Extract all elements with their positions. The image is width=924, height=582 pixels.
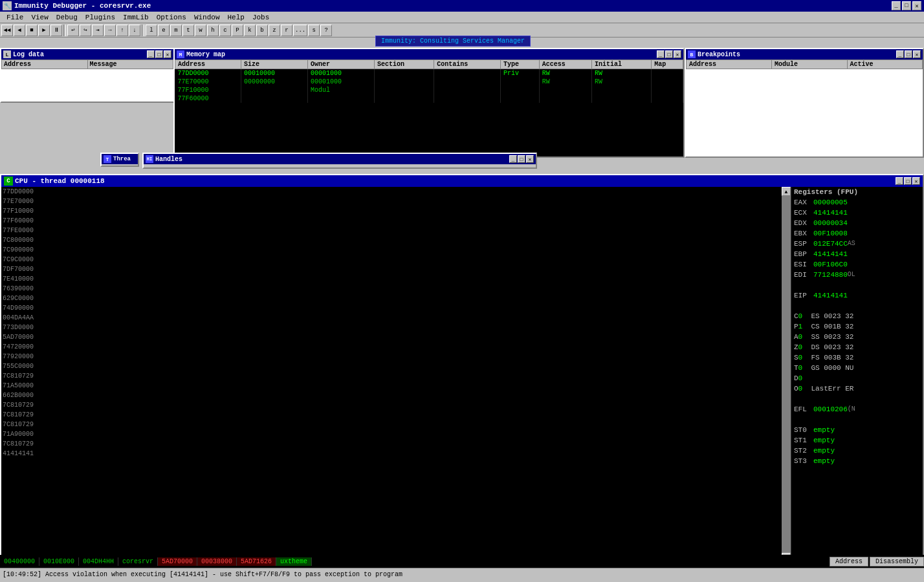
log-maximize[interactable]: □	[155, 50, 163, 58]
maximize-button[interactable]: □	[902, 1, 911, 10]
handles-maximize[interactable]: □	[518, 155, 525, 163]
toolbar-btn-trace[interactable]: ↓	[129, 25, 140, 36]
menu-options[interactable]: Options	[153, 13, 190, 22]
log-close[interactable]: ✕	[164, 50, 171, 58]
mem-addr: 77F10000	[175, 86, 241, 94]
thread-title-label: Threa	[113, 156, 131, 162]
toolbar-btn-m[interactable]: m	[170, 25, 182, 36]
toolbar-btn-t[interactable]: t	[182, 25, 194, 36]
menu-plugins[interactable]: Plugins	[82, 13, 119, 22]
log-table: Address Message	[1, 59, 173, 69]
menu-immlib[interactable]: ImmLib	[119, 13, 153, 22]
bp-maximize[interactable]: □	[905, 50, 912, 58]
toolbar-btn-animate[interactable]: →	[104, 25, 116, 36]
toolbar-btn-till-ret[interactable]: ↑	[116, 25, 128, 36]
reg-flags-z: Z 0 DS 0023 32	[794, 342, 920, 352]
menu-help[interactable]: Help	[223, 13, 248, 22]
breakpoints-content: Address Module Active	[686, 59, 923, 156]
toolbar-sep-1	[63, 25, 66, 36]
bp-close[interactable]: ✕	[913, 50, 921, 58]
reg-ecx: ECX 41414141	[794, 208, 920, 218]
toolbar-btn-run[interactable]: ▶	[38, 25, 50, 36]
minimize-button[interactable]: _	[892, 1, 901, 10]
toolbar-btn-step-into[interactable]: ↩	[67, 25, 79, 36]
toolbar-btn-l[interactable]: l	[146, 25, 157, 36]
cpu-close[interactable]: ✕	[912, 177, 920, 185]
bottom-panel-6: 00038000	[197, 557, 237, 566]
toolbar-btn-h[interactable]: h	[207, 25, 219, 36]
reg-flags-p: P 1 CS 001B 32	[794, 321, 920, 332]
mem-addr: 77F60000	[175, 94, 241, 103]
reg-spacer4	[794, 415, 920, 425]
thread-icon: T	[104, 155, 111, 163]
log-win-buttons: _ □ ✕	[147, 50, 171, 58]
log-minimize[interactable]: _	[147, 50, 155, 58]
toolbar-btn-step-out[interactable]: ⇥	[92, 25, 104, 36]
mem-type	[501, 86, 540, 94]
menu-jobs[interactable]: Jobs	[248, 13, 273, 22]
toolbar-btn-c[interactable]: c	[219, 25, 231, 36]
list-item: 7C9C0000	[1, 255, 784, 264]
list-item: 5AD70000	[1, 332, 784, 342]
mem-contains	[434, 69, 501, 78]
bottom-panel-1: 00400000	[0, 557, 39, 566]
toolbar-btn-P[interactable]: P	[232, 25, 243, 36]
toolbar-btn-pause[interactable]: ⏸	[50, 25, 62, 36]
toolbar-btn-e[interactable]: e	[158, 25, 170, 36]
toolbar-btn-z[interactable]: z	[269, 25, 280, 36]
mem-addr: 77DD0000	[175, 69, 241, 78]
toolbar-btn-b[interactable]: b	[256, 25, 268, 36]
toolbar-btn-help[interactable]: ?	[320, 25, 332, 36]
cpu-maximize[interactable]: □	[904, 177, 912, 185]
log-title-label: Log data	[13, 51, 44, 58]
toolbar-btn-w[interactable]: w	[195, 25, 206, 36]
tab-disassembly[interactable]: Disassembly	[870, 557, 924, 566]
mem-col-addr: Address	[175, 60, 241, 69]
menu-window[interactable]: Window	[190, 13, 224, 22]
toolbar-btn-back[interactable]: ◀	[14, 25, 25, 36]
handles-window: HI Handles _ □ ✕	[142, 153, 537, 169]
bottom-panels-row: 00400000 0010E000 004DH4HH coresrvr 5AD7…	[0, 555, 924, 568]
toolbar-btn-s[interactable]: s	[308, 25, 320, 36]
cpu-disasm[interactable]: 77DD0000 77E70000 77F10000 77F60000 77FE…	[1, 187, 791, 575]
table-row: 77E70000 00000000 00001000 RW RW	[175, 78, 683, 86]
reg-spacer3	[794, 394, 920, 404]
mem-col-type: Type	[501, 60, 540, 69]
bp-minimize[interactable]: _	[896, 50, 904, 58]
memory-minimize[interactable]: _	[657, 50, 665, 58]
menu-debug[interactable]: Debug	[52, 13, 82, 22]
toolbar-btn-restart[interactable]: ◀◀	[1, 25, 13, 36]
reg-efl: EFL 00010206 (N	[794, 404, 920, 415]
scroll-up-btn[interactable]: ▲	[782, 187, 791, 196]
mem-initial	[592, 86, 652, 94]
handles-close[interactable]: ✕	[526, 155, 534, 163]
reg-ebp: EBP 41414141	[794, 249, 920, 259]
mem-section	[375, 69, 434, 78]
list-item: 41414141	[1, 449, 784, 458]
menu-view[interactable]: View	[27, 13, 52, 22]
cpu-minimize[interactable]: _	[896, 177, 903, 185]
breakpoints-window-title: B Breakpoints _ □ ✕	[686, 49, 923, 59]
list-item: 77F60000	[1, 216, 784, 226]
toolbar-btn-dots[interactable]: ...	[293, 25, 307, 36]
menu-file[interactable]: File	[3, 13, 27, 22]
toolbar-btn-r[interactable]: r	[281, 25, 292, 36]
toolbar-btn-k[interactable]: k	[244, 25, 256, 36]
thread-window: T Threa	[100, 153, 139, 167]
handles-minimize[interactable]: _	[509, 155, 517, 163]
mem-access: RW	[539, 69, 591, 78]
menu-bar: File View Debug Plugins ImmLib Options W…	[0, 12, 924, 23]
close-button[interactable]: ✕	[912, 1, 921, 10]
toolbar-btn-stop[interactable]: ■	[26, 25, 38, 36]
reg-esp: ESP 012E74CC AS	[794, 239, 920, 249]
handles-window-title: HI Handles _ □ ✕	[144, 154, 536, 164]
memory-close[interactable]: ✕	[674, 50, 681, 58]
memory-content: Address Size Owner Section Contains Type…	[175, 59, 683, 156]
bottom-panel-4: coresrvr	[118, 557, 158, 566]
toolbar-btn-step-over[interactable]: ↪	[80, 25, 91, 36]
workspace: L Log data _ □ ✕ Address Message	[0, 48, 924, 582]
memory-maximize[interactable]: □	[665, 50, 673, 58]
bottom-area: 00400000 0010E000 004DH4HH coresrvr 5AD7…	[0, 555, 924, 582]
tab-address[interactable]: Address	[830, 557, 868, 566]
scroll-track[interactable]	[782, 196, 791, 553]
